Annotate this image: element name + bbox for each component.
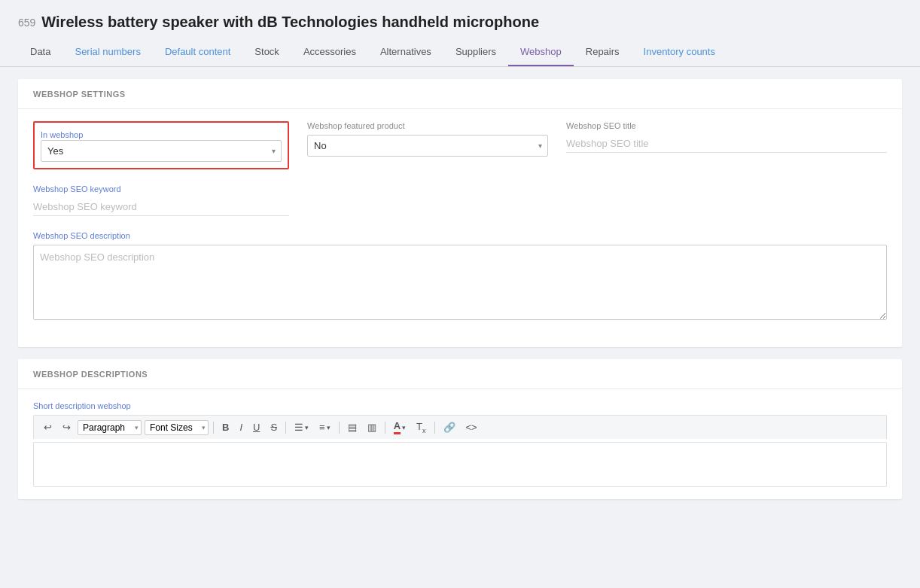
clear-format-button[interactable]: Tx bbox=[413, 419, 429, 436]
bold-button[interactable]: B bbox=[218, 420, 233, 434]
undo-icon: ↩ bbox=[44, 422, 52, 433]
featured-product-group: Webshop featured product No Yes ▾ bbox=[307, 121, 548, 157]
in-webshop-group: In webshop Yes No ▾ bbox=[33, 121, 289, 169]
featured-product-select-wrapper: No Yes ▾ bbox=[307, 135, 548, 157]
align-left-icon: ▤ bbox=[348, 422, 357, 433]
webshop-descriptions-body: Short description webshop ↩ ↪ bbox=[18, 389, 902, 499]
font-sizes-select[interactable]: Font Sizes bbox=[145, 420, 209, 435]
seo-title-group: Webshop SEO title bbox=[566, 121, 887, 153]
source-icon: <> bbox=[466, 422, 477, 433]
short-description-editor[interactable] bbox=[33, 442, 887, 487]
tab-webshop[interactable]: Webshop bbox=[508, 38, 574, 66]
short-description-label: Short description webshop bbox=[33, 401, 887, 410]
webshop-descriptions-header: WEBSHOP DESCRIPTIONS bbox=[18, 359, 902, 389]
list-ordered-chevron-icon: ▾ bbox=[327, 424, 331, 431]
tab-accessories[interactable]: Accessories bbox=[291, 38, 368, 66]
link-button[interactable]: 🔗 bbox=[440, 420, 459, 434]
tab-default-content[interactable]: Default content bbox=[153, 38, 242, 66]
redo-button[interactable]: ↪ bbox=[59, 420, 75, 434]
in-webshop-select[interactable]: Yes No bbox=[41, 140, 282, 162]
nav-tabs: Data Serial numbers Default content Stoc… bbox=[0, 38, 920, 67]
italic-button[interactable]: I bbox=[236, 420, 246, 434]
font-color-chevron-icon: ▾ bbox=[402, 424, 406, 431]
webshop-settings-card: WEBSHOP SETTINGS In webshop Yes No bbox=[18, 79, 902, 347]
in-webshop-highlighted: In webshop Yes No ▾ bbox=[33, 121, 289, 169]
page-header: 659 Wireless battery speaker with dB Tec… bbox=[0, 0, 920, 31]
tab-serial-numbers[interactable]: Serial numbers bbox=[62, 38, 152, 66]
in-webshop-label: In webshop bbox=[41, 130, 83, 139]
underline-button[interactable]: U bbox=[249, 420, 264, 434]
separator-2 bbox=[285, 422, 286, 434]
page-id: 659 bbox=[18, 17, 35, 29]
separator-3 bbox=[339, 422, 340, 434]
seo-keyword-label: Webshop SEO keyword bbox=[33, 184, 289, 193]
undo-button[interactable]: ↩ bbox=[40, 420, 56, 434]
webshop-settings-body: In webshop Yes No ▾ Websh bbox=[18, 109, 902, 347]
seo-title-label: Webshop SEO title bbox=[566, 121, 887, 130]
list-unordered-button[interactable]: ☰ ▾ bbox=[291, 420, 312, 434]
tab-alternatives[interactable]: Alternatives bbox=[368, 38, 443, 66]
tab-inventory-counts[interactable]: Inventory counts bbox=[632, 38, 727, 66]
rte-toolbar: ↩ ↪ Paragraph ▾ bbox=[33, 415, 887, 439]
form-row-1: In webshop Yes No ▾ Websh bbox=[33, 121, 887, 169]
webshop-descriptions-card: WEBSHOP DESCRIPTIONS Short description w… bbox=[18, 359, 902, 499]
webshop-settings-header: WEBSHOP SETTINGS bbox=[18, 79, 902, 109]
strikethrough-button[interactable]: S bbox=[267, 420, 281, 434]
seo-description-label: Webshop SEO description bbox=[33, 231, 887, 240]
featured-product-select[interactable]: No Yes bbox=[307, 135, 548, 157]
page-title: Wireless battery speaker with dB Technol… bbox=[41, 14, 539, 31]
paragraph-select-wrapper: Paragraph ▾ bbox=[78, 420, 142, 435]
list-ordered-button[interactable]: ≡ ▾ bbox=[315, 420, 334, 434]
separator-1 bbox=[213, 422, 214, 434]
separator-5 bbox=[434, 422, 435, 434]
seo-keyword-input[interactable] bbox=[33, 198, 289, 216]
font-color-icon: A bbox=[394, 420, 401, 434]
list-unordered-icon: ☰ bbox=[294, 422, 303, 433]
font-color-button[interactable]: A ▾ bbox=[390, 419, 410, 436]
seo-title-input[interactable] bbox=[566, 135, 887, 153]
tab-stock[interactable]: Stock bbox=[242, 38, 291, 66]
align-left-button[interactable]: ▤ bbox=[344, 420, 361, 434]
seo-description-textarea[interactable] bbox=[33, 245, 887, 320]
webshop-descriptions-title: WEBSHOP DESCRIPTIONS bbox=[33, 370, 148, 379]
form-row-2: Webshop SEO keyword bbox=[33, 184, 887, 216]
in-webshop-select-wrapper: Yes No ▾ bbox=[41, 140, 282, 162]
tab-repairs[interactable]: Repairs bbox=[574, 38, 632, 66]
paragraph-select[interactable]: Paragraph bbox=[78, 420, 142, 435]
main-content: WEBSHOP SETTINGS In webshop Yes No bbox=[0, 67, 920, 511]
seo-description-group: Webshop SEO description bbox=[33, 231, 887, 320]
short-description-group: Short description webshop ↩ ↪ bbox=[33, 401, 887, 487]
tab-suppliers[interactable]: Suppliers bbox=[443, 38, 508, 66]
featured-product-label: Webshop featured product bbox=[307, 121, 548, 130]
source-button[interactable]: <> bbox=[462, 420, 481, 434]
list-unordered-chevron-icon: ▾ bbox=[305, 424, 309, 431]
redo-icon: ↪ bbox=[62, 422, 71, 433]
align-right-icon: ▥ bbox=[367, 422, 376, 433]
font-sizes-select-wrapper: Font Sizes ▾ bbox=[145, 420, 209, 435]
separator-4 bbox=[385, 422, 385, 434]
list-ordered-icon: ≡ bbox=[319, 422, 325, 433]
link-icon: 🔗 bbox=[443, 422, 455, 433]
clear-format-icon: Tx bbox=[416, 421, 425, 434]
tab-data[interactable]: Data bbox=[18, 38, 62, 66]
webshop-settings-title: WEBSHOP SETTINGS bbox=[33, 90, 126, 99]
align-right-button[interactable]: ▥ bbox=[364, 420, 380, 434]
form-row-3: Webshop SEO description bbox=[33, 231, 887, 320]
seo-keyword-group: Webshop SEO keyword bbox=[33, 184, 289, 216]
